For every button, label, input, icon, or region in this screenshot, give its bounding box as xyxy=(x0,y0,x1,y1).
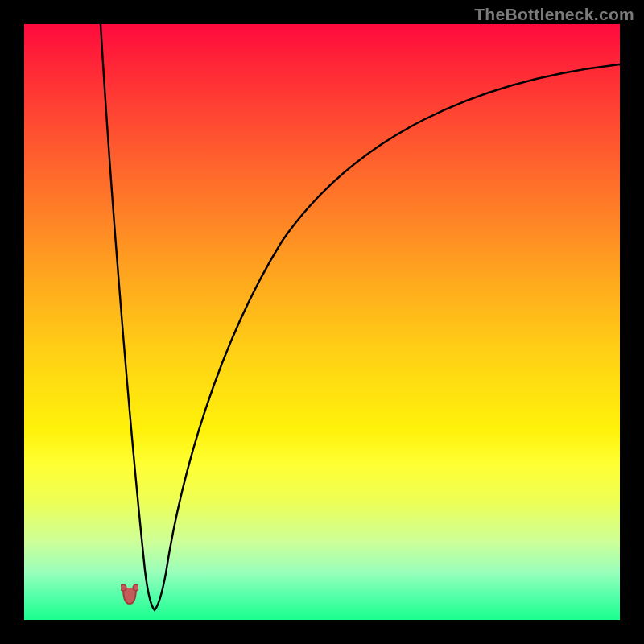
bottleneck-curve xyxy=(101,24,620,610)
chart-frame: TheBottleneck.com xyxy=(0,0,644,644)
curve-layer xyxy=(24,24,620,620)
svg-point-0 xyxy=(121,584,126,591)
svg-point-1 xyxy=(133,584,138,591)
optimal-marker xyxy=(121,584,138,607)
watermark-text: TheBottleneck.com xyxy=(474,5,634,24)
